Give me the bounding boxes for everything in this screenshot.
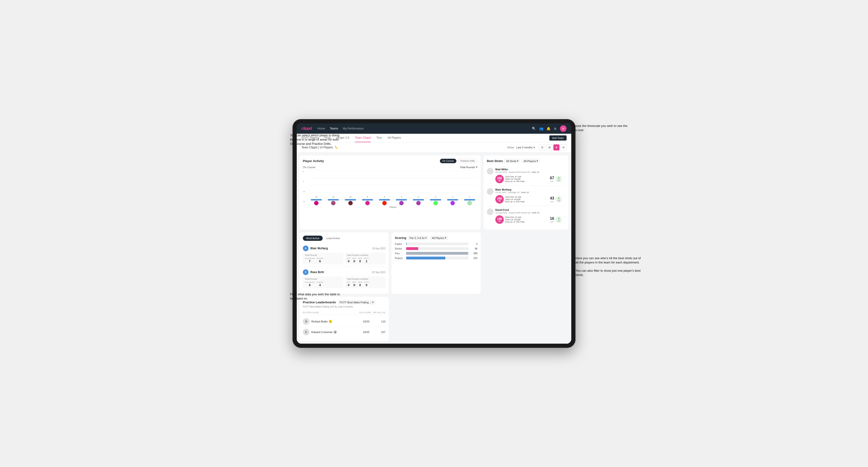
practice-activities-row: GTT 0 APP 0 ARG 0 PUTT 1: [347, 257, 383, 263]
nav-link-teams[interactable]: Teams: [330, 127, 338, 130]
shot-player-name: Matt Miller: [495, 168, 562, 171]
bar-highlight: [311, 199, 322, 200]
practice-score: 18/20: [355, 331, 369, 334]
view-icons: ☰ ⊞ ♥ ⚙: [539, 144, 566, 151]
edit-icon[interactable]: ✏️: [335, 146, 338, 149]
tablet-screen: clippd Home Teams My Performance 🔍 👥 🔔 ⊕…: [297, 123, 571, 344]
bar-highlight: [328, 199, 339, 200]
people-icon[interactable]: 👥: [539, 127, 543, 130]
shot-info: David Ford 24 Aug 2023 · Royal North Dev…: [495, 209, 562, 224]
total-rounds-section: Total Rounds Tournament 7 Practice 6: [303, 253, 343, 264]
player-mini-avatar[interactable]: [467, 201, 472, 206]
tournament-value: 8: [305, 283, 315, 287]
shot-metric-zero: 0 yds: [555, 176, 562, 182]
putt-value: 1: [364, 259, 369, 263]
scoring-bar-item: Eagles 3: [395, 243, 477, 245]
practice-dropdown[interactable]: PUTT Must Make Putting ... ▾: [338, 300, 375, 305]
bars-area: 1312109543322: [309, 170, 477, 200]
app-value: 0: [352, 283, 356, 287]
chevron-down-icon: ▾: [536, 159, 538, 162]
bar-highlight: [362, 199, 373, 200]
all-players-dropdown[interactable]: All Players ▾: [522, 159, 540, 163]
total-rounds-label: Total Rounds: [305, 278, 342, 280]
active-player-avatar: R: [303, 269, 309, 275]
show-dropdown[interactable]: Last 3 months ▾: [516, 146, 535, 149]
player-mini-avatar[interactable]: [399, 201, 404, 206]
practice-drills-toggle[interactable]: Practice Drills: [458, 159, 477, 163]
tournament-label: Tournament: [305, 257, 315, 259]
add-team-button[interactable]: Add Team: [549, 135, 566, 141]
chart-content: 1312109543322 Players: [309, 170, 477, 208]
best-shots-header: Best Shots All Shots ▾ All Players ▾: [487, 159, 565, 163]
scoring-bar-value: 96: [470, 247, 477, 250]
zero-unit: yds: [558, 220, 560, 222]
shot-metric-unit: yds: [550, 221, 554, 223]
view-heart-btn[interactable]: ♥: [553, 144, 559, 151]
player-mini-avatar[interactable]: [433, 201, 438, 206]
practice-stat: Practice 4: [316, 281, 323, 287]
putt-label: PUTT: [364, 257, 369, 259]
scoring-bar-track: [406, 243, 468, 245]
least-active-tab[interactable]: Least Active: [323, 236, 343, 241]
shot-item: David Ford 24 Aug 2023 · Royal North Dev…: [487, 206, 565, 226]
scoring-filter2[interactable]: All Players ▾: [430, 236, 448, 240]
scoring-filter1[interactable]: Par 3, 4 & 5s ▾: [408, 236, 429, 240]
shot-player-name: David Ford: [495, 209, 562, 211]
score-num: 200: [497, 177, 502, 180]
shot-chevron[interactable]: ›: [564, 214, 565, 218]
player-mini-avatar[interactable]: [450, 201, 455, 206]
bar-value-label: 4: [401, 196, 402, 198]
nav-link-my-performance[interactable]: My Performance: [343, 127, 364, 130]
player-activity-title: Player Activity: [303, 159, 324, 163]
bar-highlight: [379, 199, 390, 200]
player-mini-avatar[interactable]: [331, 201, 336, 206]
nav-icons: 🔍 👥 🔔 ⊕ U: [532, 125, 566, 132]
chevron-down-icon: ▾: [372, 301, 374, 304]
on-course-toggle[interactable]: On Course: [440, 159, 456, 163]
scoring-bar-label: Eagles: [395, 243, 404, 245]
view-grid-list-btn[interactable]: ☰: [539, 144, 545, 151]
tab-all-players[interactable]: All Players: [388, 134, 401, 142]
shot-metric-dist: 16 yds: [550, 217, 554, 223]
score-label: SG: [498, 180, 501, 181]
active-tabs: Most Active Least Active: [303, 236, 385, 241]
tournament-stat: Tournament 8: [305, 281, 315, 287]
bell-icon[interactable]: 🔔: [547, 127, 551, 130]
putt-stat: PUTT 0: [364, 281, 369, 287]
player-mini-avatar[interactable]: [416, 201, 421, 206]
player-mini-avatar[interactable]: [365, 201, 370, 206]
chart-filter-dropdown[interactable]: Total Rounds ▾: [460, 165, 477, 168]
all-shots-dropdown[interactable]: All Shots ▾: [504, 159, 520, 163]
scoring-bar-label: Birdies: [395, 247, 404, 250]
active-player-item: R Rees Britt 02 Sep 2023 Total Rounds To…: [303, 267, 385, 290]
shot-chevron[interactable]: ›: [564, 194, 565, 198]
putt-value: 0: [364, 283, 369, 287]
player-avatar-placeholder: [445, 201, 460, 206]
scoring-bar-track: [406, 252, 468, 255]
shot-chevron[interactable]: ›: [564, 174, 565, 178]
view-grid-btn[interactable]: ⊞: [546, 144, 552, 151]
active-stats-grid: Total Rounds Tournament 7 Practice 6 Tot…: [303, 253, 385, 264]
on-course-label: On Course: [303, 166, 315, 168]
scoring-bar-value: 315: [470, 257, 477, 259]
view-settings-btn[interactable]: ⚙: [560, 144, 566, 151]
user-avatar[interactable]: U: [560, 125, 566, 132]
app-value: 0: [352, 259, 356, 263]
scoring-bar-value: 499: [470, 252, 477, 255]
search-icon[interactable]: 🔍: [532, 127, 536, 130]
player-mini-avatar[interactable]: [314, 201, 319, 206]
team-title: Team Clippd | 14 Players: [302, 146, 333, 149]
player-mini-avatar[interactable]: [382, 201, 387, 206]
player-avatar-placeholder: [377, 201, 392, 206]
player-mini-avatar[interactable]: [348, 201, 353, 206]
bar-chart: 15 10 5 0 1312109543322 P: [303, 170, 477, 208]
tab-team-clippd[interactable]: Team Clippd: [355, 134, 371, 142]
nav-link-home[interactable]: Home: [317, 127, 325, 130]
most-active-tab[interactable]: Most Active: [303, 236, 323, 241]
shot-player-avatar: [487, 209, 493, 215]
shot-item: Matt Miller 09 Jun 2023 · Royal North De…: [487, 165, 565, 186]
circle-plus-icon[interactable]: ⊕: [554, 127, 557, 130]
player-avatar-placeholder: [428, 201, 443, 206]
best-shots-card: Best Shots All Shots ▾ All Players ▾: [484, 155, 568, 229]
tab-tour[interactable]: Tour: [376, 134, 382, 142]
